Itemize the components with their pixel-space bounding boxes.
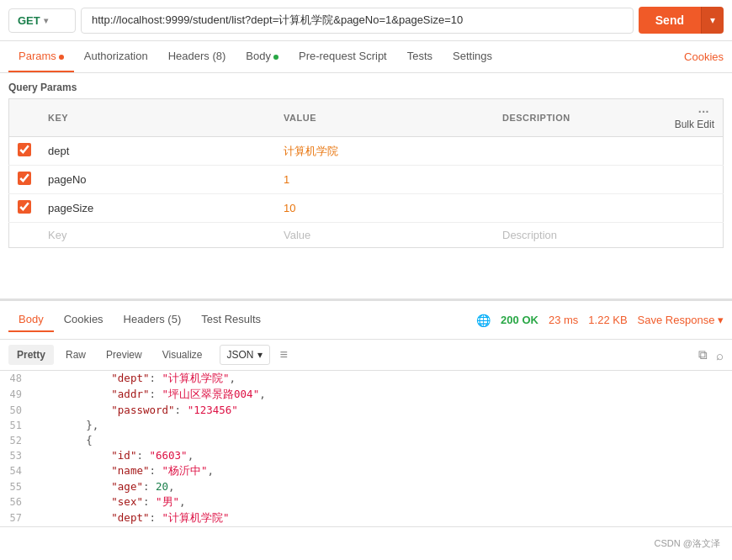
col-check-header xyxy=(9,99,40,137)
format-select[interactable]: JSON ▾ xyxy=(220,345,270,365)
row-key-cell: pageNo xyxy=(40,166,275,194)
line-number: 49 xyxy=(0,388,32,400)
body-dot xyxy=(273,55,278,60)
fmt-tab-visualize[interactable]: Visualize xyxy=(154,345,211,365)
fmt-tab-preview[interactable]: Preview xyxy=(98,345,151,365)
json-line: 52 { xyxy=(0,433,732,448)
row-checkbox[interactable] xyxy=(18,172,31,185)
row-check-cell xyxy=(9,166,40,194)
line-number: 52 xyxy=(0,434,32,446)
tab-headers[interactable]: Headers (8) xyxy=(158,41,236,72)
json-token-indent xyxy=(35,404,111,416)
row-value-cell: 10 xyxy=(275,194,494,223)
params-table: KEY VALUE DESCRIPTION ··· Bulk Edit xyxy=(8,98,724,248)
row-value-cell: 计算机学院 xyxy=(275,137,494,166)
tab-authorization[interactable]: Authorization xyxy=(74,41,158,72)
url-bar: GET ▾ Send ▾ xyxy=(0,0,732,41)
tab-params[interactable]: Params xyxy=(8,41,74,72)
json-token-indent xyxy=(35,464,111,477)
send-arrow-button[interactable]: ▾ xyxy=(701,7,724,34)
json-token-comma: , xyxy=(168,480,175,493)
line-content: }, xyxy=(32,419,732,431)
row-value: 1 xyxy=(284,173,289,186)
resp-tab-cookies[interactable]: Cookies xyxy=(54,308,114,332)
line-content: "dept": "计算机学院", xyxy=(32,372,732,386)
fmt-tab-raw[interactable]: Raw xyxy=(57,345,94,365)
row-checkbox[interactable] xyxy=(18,200,31,214)
json-token-key: "age" xyxy=(111,480,143,493)
copy-button[interactable]: ⧉ xyxy=(698,347,708,362)
tab-body[interactable]: Body xyxy=(236,41,289,72)
send-btn-group: Send ▾ xyxy=(639,7,724,34)
line-content: "age": 20, xyxy=(32,480,732,493)
tab-prerequest[interactable]: Pre-request Script xyxy=(289,41,397,72)
json-token-indent xyxy=(35,388,111,400)
status-time: 23 ms xyxy=(549,314,578,326)
send-button[interactable]: Send xyxy=(639,7,701,34)
json-token-comma: , xyxy=(179,495,186,508)
json-token-string: "男" xyxy=(156,495,179,508)
empty-desc[interactable]: Description xyxy=(502,229,557,241)
search-json-button[interactable]: ⌕ xyxy=(716,347,724,362)
status-size: 1.22 KB xyxy=(588,314,627,326)
json-token-indent xyxy=(35,419,86,431)
line-number: 56 xyxy=(0,495,32,508)
table-row: pageSize 10 xyxy=(9,194,724,223)
col-desc-header: DESCRIPTION xyxy=(494,99,648,137)
json-line: 57 "dept": "计算机学院" xyxy=(0,510,732,526)
fmt-tab-pretty[interactable]: Pretty xyxy=(8,345,54,365)
line-content: "password": "123456" xyxy=(32,404,732,416)
json-line: 48 "dept": "计算机学院", xyxy=(0,371,732,387)
tab-tests[interactable]: Tests xyxy=(397,41,443,72)
json-token-key: "addr" xyxy=(111,388,149,400)
json-token-comma: , xyxy=(230,372,236,384)
row-desc-cell xyxy=(494,194,648,223)
cookies-link[interactable]: Cookies xyxy=(684,50,724,63)
line-content: "dept": "计算机学院" xyxy=(32,511,732,526)
json-token-key: "password" xyxy=(111,404,174,416)
line-number: 55 xyxy=(0,480,32,493)
resp-tab-body[interactable]: Body xyxy=(8,308,54,332)
resp-tab-headers[interactable]: Headers (5) xyxy=(114,308,192,332)
line-number: 51 xyxy=(0,419,32,431)
dots-icon: ··· xyxy=(698,105,709,119)
json-token-key: "sex" xyxy=(111,495,143,508)
method-select[interactable]: GET ▾ xyxy=(8,8,76,33)
json-line: 56 "sex": "男", xyxy=(0,494,732,510)
line-content: "name": "杨沂中", xyxy=(32,464,732,478)
row-key: dept xyxy=(48,145,69,157)
json-token-string: "坪山区翠景路004" xyxy=(162,388,260,400)
json-token-colon: : xyxy=(149,388,162,400)
json-token-string: "计算机学院" xyxy=(162,372,230,384)
row-value: 10 xyxy=(284,202,295,214)
line-number: 50 xyxy=(0,404,32,416)
json-line: 54 "name": "杨沂中", xyxy=(0,463,732,479)
response-top-bar: Body Cookies Headers (5) Test Results 🌐 … xyxy=(0,298,732,340)
empty-value[interactable]: Value xyxy=(284,229,310,241)
row-value: 计算机学院 xyxy=(284,145,338,157)
row-check-cell xyxy=(9,194,40,223)
wrap-icon[interactable]: ≡ xyxy=(280,347,288,362)
params-dot xyxy=(59,55,64,60)
url-input[interactable] xyxy=(81,8,634,34)
response-status: 🌐 200 OK 23 ms 1.22 KB Save Response ▾ xyxy=(476,314,724,327)
save-response-button[interactable]: Save Response ▾ xyxy=(638,314,724,326)
json-token-string: "计算机学院" xyxy=(162,511,230,524)
row-checkbox[interactable] xyxy=(18,143,31,156)
json-token-key: "id" xyxy=(111,449,136,462)
fmt-icons-right: ⧉ ⌕ xyxy=(698,347,724,362)
json-token-indent xyxy=(35,480,111,493)
line-number: 54 xyxy=(0,464,32,477)
empty-key[interactable]: Key xyxy=(48,229,66,241)
tab-settings[interactable]: Settings xyxy=(443,41,502,72)
json-token-comma: , xyxy=(208,464,215,477)
table-row: pageNo 1 xyxy=(9,166,724,194)
json-token-colon: : xyxy=(143,480,156,493)
query-params-title: Query Params xyxy=(8,82,724,93)
request-tabs-bar: Params Authorization Headers (8) Body Pr… xyxy=(0,41,732,73)
json-token-indent xyxy=(35,495,111,508)
globe-icon: 🌐 xyxy=(476,314,491,327)
bulk-edit-button[interactable]: Bulk Edit xyxy=(675,119,714,130)
resp-tab-testresults[interactable]: Test Results xyxy=(191,308,271,332)
json-line: 55 "age": 20, xyxy=(0,479,732,494)
